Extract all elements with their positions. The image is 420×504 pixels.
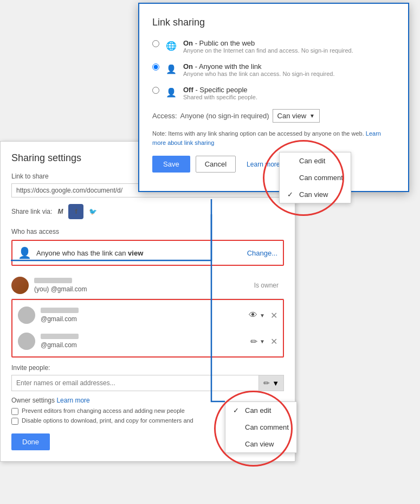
user1-permission-icon[interactable]: 👁: [249, 310, 257, 320]
radio-off-title: Off - Specific people: [183, 86, 257, 94]
facebook-icon[interactable]: f: [68, 204, 83, 219]
user1-remove-btn[interactable]: ✕: [270, 310, 277, 321]
user2-avatar: [18, 333, 35, 350]
owner-settings-learn-more[interactable]: Learn more: [56, 397, 89, 404]
user-row-2: @gmail.com ✏ ▼ ✕: [12, 328, 283, 354]
dropdown-arrow-icon: ▼: [309, 113, 315, 119]
access-label: Access:: [152, 112, 177, 120]
share-link-via-label: Share link via:: [11, 208, 52, 215]
radio-public-subtitle: Anyone on the Internet can find and acce…: [183, 47, 353, 54]
invite-input[interactable]: [12, 375, 259, 391]
invite-input-row: ✏ ▼: [11, 375, 284, 391]
link-sharing-title: Link sharing: [152, 17, 395, 28]
radio-public[interactable]: [152, 40, 159, 47]
specific-person-icon: 👤: [165, 86, 178, 99]
owner-info: (you) @gmail.com: [34, 278, 254, 293]
dialog-note: Note: Items with any link sharing option…: [152, 129, 395, 147]
user2-permission-icon[interactable]: ✏: [250, 336, 257, 347]
dropdown-label-can-view: Can view: [299, 190, 328, 199]
owner-email: (you) @gmail.com: [34, 285, 87, 293]
shared-users-section: @gmail.com 👁 ▼ ✕ @gmail.com ✏ ▼ ✕: [11, 299, 284, 358]
bottom-check-can-edit: ✓: [233, 406, 242, 414]
radio-public-text: On - Public on the web Anyone on the Int…: [183, 39, 353, 54]
prevent-editors-checkbox[interactable]: [11, 408, 18, 415]
user1-dropdown-arrow[interactable]: ▼: [260, 312, 265, 318]
dialog-access-row: Access: Anyone (no sign-in required) Can…: [152, 109, 395, 123]
dropdown-label-can-comment: Can comment: [299, 174, 343, 182]
cancel-button[interactable]: Cancel: [196, 156, 236, 173]
gmail-icon[interactable]: M: [57, 208, 63, 215]
user2-dropdown-arrow[interactable]: ▼: [260, 339, 265, 344]
radio-anyone[interactable]: [152, 63, 159, 71]
dropdown-item-can-view[interactable]: ✓ Can view: [280, 186, 351, 203]
can-view-label: Can view: [277, 112, 306, 120]
change-link[interactable]: Change...: [247, 249, 277, 257]
link-sharing-dialog: Link sharing 🌐 On - Public on the web An…: [138, 3, 409, 192]
link-person-icon: 👤: [18, 246, 31, 259]
twitter-icon[interactable]: 🐦: [89, 208, 97, 215]
radio-off[interactable]: [152, 87, 159, 94]
bottom-dropdown-label-can-edit: Can edit: [245, 406, 271, 414]
save-button[interactable]: Save: [152, 156, 190, 173]
prevent-editors-label: Prevent editors from changing access and…: [22, 407, 185, 414]
check-can-view: ✓: [287, 190, 296, 199]
radio-anyone-text: On - Anyone with the link Anyone who has…: [183, 62, 334, 77]
invite-permission-arrow: ▼: [272, 379, 279, 387]
user-row-1: @gmail.com 👁 ▼ ✕: [12, 302, 283, 328]
owner-user-row: (you) @gmail.com Is owner: [11, 272, 284, 299]
radio-anyone-title: On - Anyone with the link: [183, 62, 334, 71]
owner-role-label: Is owner: [254, 282, 279, 289]
bottom-dropdown-label-can-comment: Can comment: [245, 423, 289, 431]
access-text: Anyone who has the link can view: [36, 249, 247, 257]
dialog-buttons: Save Cancel Learn more about link sharin…: [152, 156, 395, 173]
pencil-icon: ✏: [263, 379, 270, 387]
user1-avatar: [18, 307, 35, 324]
access-bold: view: [128, 249, 143, 257]
radio-anyone-subtitle: Anyone who has the link can access. No s…: [183, 71, 334, 77]
share-link-via-row: Share link via: M f 🐦: [11, 204, 284, 219]
user1-info: @gmail.com: [41, 308, 249, 323]
user2-name-redacted: [41, 334, 79, 339]
about-link-sharing-link[interactable]: about link sharing: [167, 139, 214, 146]
can-view-dropdown[interactable]: Can view ▼: [273, 109, 320, 123]
radio-off-subtitle: Shared with specific people.: [183, 94, 257, 100]
user1-name-redacted: [41, 308, 79, 313]
bottom-dropdown-menu: ✓ Can edit Can comment Can view: [225, 401, 297, 453]
access-row: 👤 Anyone who has the link can view Chang…: [11, 240, 284, 266]
globe-icon: 🌐: [165, 39, 178, 52]
radio-public-title: On - Public on the web: [183, 39, 353, 47]
access-dropdown-menu: Can edit Can comment ✓ Can view: [279, 152, 351, 203]
user2-remove-btn[interactable]: ✕: [270, 336, 277, 347]
radio-off-text: Off - Specific people Shared with specif…: [183, 86, 257, 100]
bottom-dropdown-label-can-view: Can view: [245, 440, 274, 448]
bottom-dropdown-item-can-comment[interactable]: Can comment: [225, 419, 296, 436]
invite-section: Invite people: ✏ ▼: [11, 364, 284, 391]
owner-settings-label: Owner settings: [11, 397, 55, 404]
invite-permission-btn[interactable]: ✏ ▼: [259, 375, 283, 391]
person-icon: 👤: [165, 62, 178, 75]
bottom-dropdown-item-can-view[interactable]: Can view: [225, 436, 296, 452]
radio-option-anyone: 👤 On - Anyone with the link Anyone who h…: [152, 62, 395, 77]
disable-download-checkbox[interactable]: [11, 418, 18, 425]
user1-email: @gmail.com: [41, 315, 77, 323]
disable-download-label: Disable options to download, print, and …: [22, 417, 193, 424]
radio-option-off: 👤 Off - Specific people Shared with spec…: [152, 86, 395, 100]
invite-label: Invite people:: [11, 364, 284, 372]
owner-name-redacted: [34, 278, 72, 283]
dropdown-item-can-edit[interactable]: Can edit: [280, 152, 351, 169]
owner-avatar: [11, 277, 29, 294]
access-value: Anyone (no sign-in required): [180, 112, 269, 120]
done-button[interactable]: Done: [11, 433, 50, 450]
radio-option-public: 🌐 On - Public on the web Anyone on the I…: [152, 39, 395, 54]
bottom-dropdown-item-can-edit[interactable]: ✓ Can edit: [225, 402, 296, 419]
user2-info: @gmail.com: [41, 334, 250, 349]
dropdown-item-can-comment[interactable]: Can comment: [280, 169, 351, 186]
who-has-access-label: Who has access: [11, 228, 284, 235]
dropdown-label-can-edit: Can edit: [299, 157, 325, 165]
user2-email: @gmail.com: [41, 341, 77, 349]
